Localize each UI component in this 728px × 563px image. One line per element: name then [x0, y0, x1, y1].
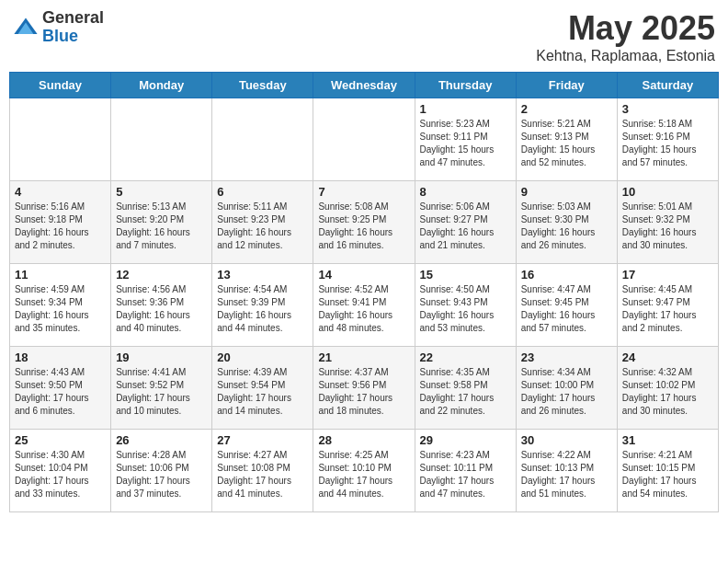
- logo: General Blue: [13, 9, 104, 46]
- calendar-cell: 27Sunrise: 4:27 AM Sunset: 10:08 PM Dayl…: [212, 430, 313, 512]
- cell-info: Sunrise: 5:03 AM Sunset: 9:30 PM Dayligh…: [521, 201, 612, 252]
- calendar-cell: 13Sunrise: 4:54 AM Sunset: 9:39 PM Dayli…: [212, 264, 313, 347]
- cell-date: 21: [318, 350, 409, 364]
- cell-info: Sunrise: 4:23 AM Sunset: 10:11 PM Daylig…: [420, 449, 511, 500]
- cell-date: 23: [521, 350, 612, 364]
- calendar-cell: 9Sunrise: 5:03 AM Sunset: 9:30 PM Daylig…: [516, 181, 617, 264]
- day-header-thursday: Thursday: [415, 73, 516, 98]
- cell-date: 6: [217, 185, 308, 199]
- cell-date: 25: [15, 433, 106, 447]
- cell-date: 28: [318, 433, 409, 447]
- cell-info: Sunrise: 4:37 AM Sunset: 9:56 PM Dayligh…: [318, 366, 409, 418]
- calendar-cell: 21Sunrise: 4:37 AM Sunset: 9:56 PM Dayli…: [313, 347, 415, 430]
- calendar-cell: 30Sunrise: 4:22 AM Sunset: 10:13 PM Dayl…: [516, 430, 617, 512]
- cell-date: 4: [15, 185, 106, 199]
- calendar-cell: 4Sunrise: 5:16 AM Sunset: 9:18 PM Daylig…: [10, 181, 111, 264]
- calendar-cell: 10Sunrise: 5:01 AM Sunset: 9:32 PM Dayli…: [617, 181, 718, 264]
- calendar-cell: 18Sunrise: 4:43 AM Sunset: 9:50 PM Dayli…: [10, 347, 111, 430]
- cell-info: Sunrise: 4:28 AM Sunset: 10:06 PM Daylig…: [116, 449, 207, 500]
- logo-blue-text: Blue: [42, 28, 104, 46]
- calendar-cell: 25Sunrise: 4:30 AM Sunset: 10:04 PM Dayl…: [10, 430, 111, 512]
- logo-text: General Blue: [42, 9, 104, 46]
- cell-info: Sunrise: 4:21 AM Sunset: 10:15 PM Daylig…: [622, 449, 713, 500]
- week-row-3: 11Sunrise: 4:59 AM Sunset: 9:34 PM Dayli…: [10, 264, 719, 347]
- calendar-cell: [111, 98, 212, 181]
- cell-date: 24: [622, 350, 713, 364]
- calendar-cell: [10, 98, 111, 181]
- calendar-cell: 19Sunrise: 4:41 AM Sunset: 9:52 PM Dayli…: [111, 347, 212, 430]
- calendar-cell: 12Sunrise: 4:56 AM Sunset: 9:36 PM Dayli…: [111, 264, 212, 347]
- calendar-cell: 5Sunrise: 5:13 AM Sunset: 9:20 PM Daylig…: [111, 181, 212, 264]
- cell-date: 27: [217, 433, 308, 447]
- cell-date: 11: [15, 268, 106, 282]
- calendar-cell: 17Sunrise: 4:45 AM Sunset: 9:47 PM Dayli…: [617, 264, 718, 347]
- cell-date: 16: [521, 268, 612, 282]
- calendar-cell: 2Sunrise: 5:21 AM Sunset: 9:13 PM Daylig…: [516, 98, 617, 181]
- cell-info: Sunrise: 4:27 AM Sunset: 10:08 PM Daylig…: [217, 449, 308, 500]
- title-area: May 2025 Kehtna, Raplamaa, Estonia: [536, 9, 715, 64]
- day-header-row: SundayMondayTuesdayWednesdayThursdayFrid…: [10, 73, 719, 98]
- cell-info: Sunrise: 4:52 AM Sunset: 9:41 PM Dayligh…: [318, 283, 409, 335]
- cell-info: Sunrise: 5:16 AM Sunset: 9:18 PM Dayligh…: [15, 201, 106, 252]
- calendar-cell: 16Sunrise: 4:47 AM Sunset: 9:45 PM Dayli…: [516, 264, 617, 347]
- cell-info: Sunrise: 4:54 AM Sunset: 9:39 PM Dayligh…: [217, 283, 308, 335]
- calendar-cell: 26Sunrise: 4:28 AM Sunset: 10:06 PM Dayl…: [111, 430, 212, 512]
- cell-date: 12: [116, 268, 207, 282]
- cell-info: Sunrise: 4:45 AM Sunset: 9:47 PM Dayligh…: [622, 283, 713, 335]
- cell-info: Sunrise: 5:08 AM Sunset: 9:25 PM Dayligh…: [318, 201, 409, 252]
- calendar-cell: 23Sunrise: 4:34 AM Sunset: 10:00 PM Dayl…: [516, 347, 617, 430]
- cell-date: 31: [622, 433, 713, 447]
- cell-info: Sunrise: 4:39 AM Sunset: 9:54 PM Dayligh…: [217, 366, 308, 418]
- cell-date: 9: [521, 185, 612, 199]
- week-row-5: 25Sunrise: 4:30 AM Sunset: 10:04 PM Dayl…: [10, 430, 719, 512]
- day-header-sunday: Sunday: [10, 73, 111, 98]
- cell-info: Sunrise: 4:59 AM Sunset: 9:34 PM Dayligh…: [15, 283, 106, 335]
- cell-info: Sunrise: 5:18 AM Sunset: 9:16 PM Dayligh…: [622, 118, 713, 169]
- day-header-saturday: Saturday: [617, 73, 718, 98]
- cell-info: Sunrise: 4:43 AM Sunset: 9:50 PM Dayligh…: [15, 366, 106, 418]
- cell-date: 7: [318, 185, 409, 199]
- cell-date: 2: [521, 102, 612, 116]
- cell-date: 26: [116, 433, 207, 447]
- cell-date: 13: [217, 268, 308, 282]
- cell-info: Sunrise: 4:22 AM Sunset: 10:13 PM Daylig…: [521, 449, 612, 500]
- calendar-cell: 20Sunrise: 4:39 AM Sunset: 9:54 PM Dayli…: [212, 347, 313, 430]
- calendar-cell: 28Sunrise: 4:25 AM Sunset: 10:10 PM Dayl…: [313, 430, 415, 512]
- cell-info: Sunrise: 5:01 AM Sunset: 9:32 PM Dayligh…: [622, 201, 713, 252]
- calendar-cell: 1Sunrise: 5:23 AM Sunset: 9:11 PM Daylig…: [415, 98, 516, 181]
- cell-date: 5: [116, 185, 207, 199]
- calendar-cell: 22Sunrise: 4:35 AM Sunset: 9:58 PM Dayli…: [415, 347, 516, 430]
- day-header-monday: Monday: [111, 73, 212, 98]
- cell-date: 22: [420, 350, 511, 364]
- cell-date: 30: [521, 433, 612, 447]
- day-header-tuesday: Tuesday: [212, 73, 313, 98]
- subtitle: Kehtna, Raplamaa, Estonia: [536, 48, 715, 64]
- cell-info: Sunrise: 4:35 AM Sunset: 9:58 PM Dayligh…: [420, 366, 511, 418]
- calendar-cell: 3Sunrise: 5:18 AM Sunset: 9:16 PM Daylig…: [617, 98, 718, 181]
- cell-info: Sunrise: 4:47 AM Sunset: 9:45 PM Dayligh…: [521, 283, 612, 335]
- calendar-cell: 6Sunrise: 5:11 AM Sunset: 9:23 PM Daylig…: [212, 181, 313, 264]
- main-title: May 2025: [536, 9, 715, 48]
- calendar-cell: 24Sunrise: 4:32 AM Sunset: 10:02 PM Dayl…: [617, 347, 718, 430]
- cell-info: Sunrise: 5:06 AM Sunset: 9:27 PM Dayligh…: [420, 201, 511, 252]
- calendar-cell: 11Sunrise: 4:59 AM Sunset: 9:34 PM Dayli…: [10, 264, 111, 347]
- cell-info: Sunrise: 5:11 AM Sunset: 9:23 PM Dayligh…: [217, 201, 308, 252]
- calendar-cell: 31Sunrise: 4:21 AM Sunset: 10:15 PM Dayl…: [617, 430, 718, 512]
- calendar-cell: [212, 98, 313, 181]
- cell-info: Sunrise: 5:23 AM Sunset: 9:11 PM Dayligh…: [420, 118, 511, 169]
- cell-date: 8: [420, 185, 511, 199]
- calendar-cell: [313, 98, 415, 181]
- cell-info: Sunrise: 5:13 AM Sunset: 9:20 PM Dayligh…: [116, 201, 207, 252]
- cell-date: 1: [420, 102, 511, 116]
- cell-info: Sunrise: 4:50 AM Sunset: 9:43 PM Dayligh…: [420, 283, 511, 335]
- cell-info: Sunrise: 4:30 AM Sunset: 10:04 PM Daylig…: [15, 449, 106, 500]
- calendar-cell: 29Sunrise: 4:23 AM Sunset: 10:11 PM Dayl…: [415, 430, 516, 512]
- cell-info: Sunrise: 4:25 AM Sunset: 10:10 PM Daylig…: [318, 449, 409, 500]
- cell-date: 29: [420, 433, 511, 447]
- cell-info: Sunrise: 4:32 AM Sunset: 10:02 PM Daylig…: [622, 366, 713, 418]
- cell-date: 17: [622, 268, 713, 282]
- cell-date: 10: [622, 185, 713, 199]
- week-row-1: 1Sunrise: 5:23 AM Sunset: 9:11 PM Daylig…: [10, 98, 719, 181]
- cell-date: 14: [318, 268, 409, 282]
- header: General Blue May 2025 Kehtna, Raplamaa, …: [9, 9, 719, 64]
